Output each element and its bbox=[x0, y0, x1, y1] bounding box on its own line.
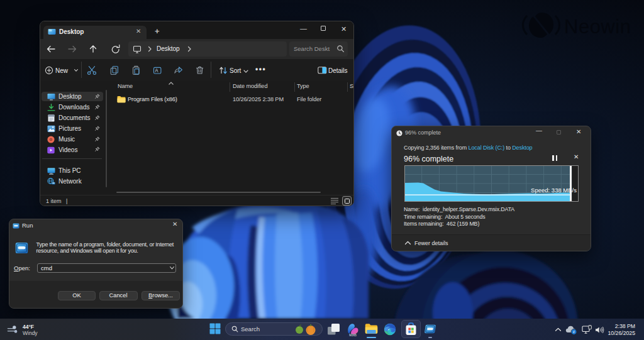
svg-text:i: i bbox=[574, 329, 575, 334]
svg-text:Neowin: Neowin bbox=[564, 16, 631, 38]
svg-text:M365: M365 bbox=[349, 334, 357, 337]
svg-text:Speed: 338 MB/s: Speed: 338 MB/s bbox=[531, 187, 577, 194]
